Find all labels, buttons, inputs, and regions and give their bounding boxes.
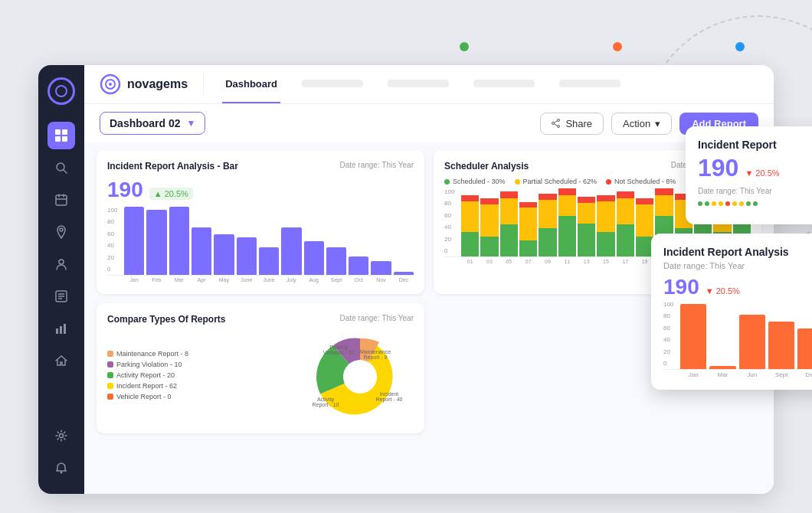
incident-bar-metric-badge: ▲ 20.5% [149,188,193,200]
x-sept: Sept [326,277,346,283]
pie-label-maintenance-val: Report - 8 [363,355,387,361]
pie-label-parking-val: Violation - 30 [323,350,355,355]
dashboard-icon [54,129,68,142]
share-icon [552,119,561,128]
popup-analysis-chart: 100 80 60 40 20 0 Jan Mar Jun Sept Dec [663,301,812,377]
seg-yellow-3 [500,198,518,224]
bar-feb [146,210,166,275]
action-chevron-icon: ▾ [655,118,660,129]
tab-2[interactable] [299,65,366,103]
sidebar-item-reports[interactable] [47,283,75,310]
popup-dot-6 [732,201,737,206]
sidebar-item-search[interactable] [47,154,75,181]
bar-nov [371,261,391,275]
svg-line-5 [64,170,67,173]
popup-analysis-metric-row: 190 ▼ 20.5% [663,275,812,299]
sy-40: 40 [444,224,454,230]
sx-11: 11 [558,259,576,264]
seg-red-11 [655,188,673,195]
sidebar-item-analytics[interactable] [47,315,75,342]
pa-y-20: 20 [663,348,673,355]
tab-5[interactable] [556,65,624,103]
seg-yellow-11 [655,195,673,216]
pa-x-mar: Mar [709,371,735,378]
tab-3[interactable] [385,65,452,103]
legend-dot-green [444,179,450,185]
legend-label-scheduled: Scheduled - 30% [453,178,506,185]
bar-june1 [237,237,257,275]
popup-dot-2 [705,201,709,206]
tab-placeholder-5 [559,80,620,87]
seg-green-2 [480,237,498,256]
share-button[interactable]: Share [540,113,604,135]
compare-chart-card: Compare Types Of Reports Date range: Thi… [97,303,424,433]
legend-not-scheduled: Not Scheduled - 8% [606,178,676,185]
legend-color-parking [107,361,113,368]
svg-point-23 [109,83,112,86]
compare-chart-title: Compare Types Of Reports [107,314,225,325]
x-jan: Jan [124,277,144,283]
sidebar-item-user[interactable] [47,250,75,278]
pa-x-dec: Dec [797,371,812,378]
legend-scheduled: Scheduled - 30% [444,178,506,185]
popup-analysis-metric-value: 190 [663,275,699,299]
location-icon [56,225,67,239]
pa-x-jan: Jan [680,371,706,378]
x-june2: June [259,277,279,283]
x-july: July [281,277,301,283]
seg-yellow-1 [461,201,479,232]
seg-red-1 [461,195,479,201]
bar-dec [394,272,414,275]
sidebar-logo [47,77,75,105]
sidebar-item-location[interactable] [47,218,75,246]
popup-dot-7 [739,201,744,206]
sidebar-item-dashboard[interactable] [47,122,75,149]
logo-area [47,77,75,108]
popup-incident-metric-badge: ▼ 20.5% [745,168,779,178]
pie-area: Maintenance Report - 8 Parking Violation… [107,331,414,423]
sy-20: 20 [444,236,454,243]
pa-y-60: 60 [663,325,673,332]
popup-analysis-title: Incident Report Analysis [663,246,812,258]
sidebar-item-home[interactable] [47,347,75,374]
x-nov: Nov [371,277,391,283]
popup-incident-metric-value: 190 [698,154,738,182]
stacked-bar-6 [558,188,576,256]
seg-yellow-5 [539,200,556,228]
seg-yellow-4 [519,207,537,240]
action-button[interactable]: Action ▾ [611,113,672,135]
y-label-0: 0 [107,266,117,273]
x-feb: Feb [146,277,166,283]
compare-chart-date: Date range: This Year [339,314,414,322]
sidebar-item-calendar[interactable] [47,186,75,214]
x-aug: Aug [304,277,324,283]
tab-4[interactable] [470,65,538,103]
legend-dot-yellow [515,179,520,185]
dot-green [460,42,469,51]
y-label-40: 40 [107,242,117,249]
sidebar-item-alerts[interactable] [47,454,75,482]
x-apr: Apr [192,277,211,283]
bar-jan [124,207,144,275]
svg-point-20 [61,472,63,474]
popup-bar-feb [709,366,735,369]
dashboard-select[interactable]: Dashboard 02 ▼ [100,112,205,135]
sidebar-item-settings[interactable] [47,422,75,449]
pie-label-incident-val: Report - 40 [375,397,402,403]
incident-bar-metric-value: 190 [107,178,143,202]
pie-legend-vehicle: Vehicle Report - 0 [107,393,297,400]
tab-placeholder-2 [302,80,363,87]
seg-yellow-9 [617,198,634,224]
svg-point-26 [552,123,555,125]
popup-bar-chart-bars [663,301,812,370]
stacked-bar-3 [500,191,518,256]
seg-red-8 [597,195,614,201]
svg-line-28 [555,124,558,126]
dot-orange [613,42,622,51]
x-dec: Dec [394,277,414,283]
pie-legend-maintenance: Maintenance Report - 8 [107,350,297,358]
bar-chart-bars [107,207,414,276]
tab-dashboard[interactable]: Dashboard [222,65,280,103]
seg-yellow-6 [558,195,576,216]
y-label-20: 20 [107,254,117,261]
